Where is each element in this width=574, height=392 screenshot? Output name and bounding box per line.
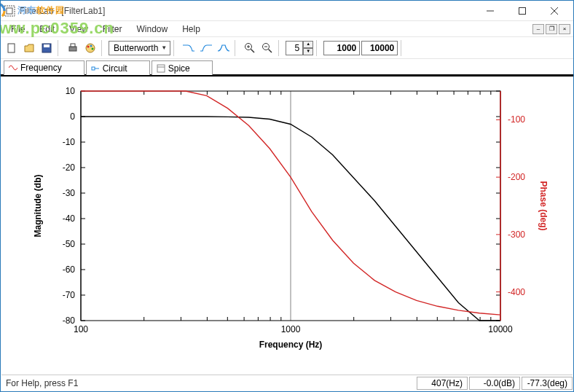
svg-text:-30: -30: [63, 188, 76, 198]
svg-text:10000: 10000: [488, 324, 513, 334]
svg-text:Phase (deg): Phase (deg): [538, 181, 549, 230]
tab-label: Frequency: [20, 63, 62, 73]
tab-label: Circuit: [103, 63, 127, 74]
svg-line-20: [269, 49, 272, 52]
menu-help[interactable]: Help: [175, 23, 208, 36]
svg-text:-20: -20: [63, 162, 76, 173]
separator: [235, 40, 239, 56]
highpass-button[interactable]: [198, 40, 214, 56]
status-mag: -0.0(dB): [469, 377, 520, 390]
svg-point-14: [92, 47, 94, 50]
svg-rect-8: [44, 44, 50, 47]
circuit-icon: [91, 64, 100, 73]
title-bar: FilterLab - [FilterLab1]: [1, 1, 573, 21]
svg-text:0: 0: [70, 111, 75, 122]
menu-file[interactable]: File: [4, 23, 32, 36]
mdi-restore-button[interactable]: ❐: [546, 24, 557, 34]
tab-label: Spice: [168, 63, 190, 74]
svg-rect-9: [69, 47, 76, 51]
save-button[interactable]: [39, 40, 55, 56]
bode-plot[interactable]: 100100010000-80-70-60-50-40-30-20-10010-…: [1, 77, 573, 361]
svg-text:-40: -40: [63, 213, 76, 224]
order-value: 5: [286, 41, 303, 55]
separator: [316, 40, 321, 56]
close-button[interactable]: [538, 1, 570, 20]
menu-bar: File Edit View Filter Window Help – ❐ ×: [1, 21, 573, 37]
svg-point-11: [86, 44, 95, 52]
svg-text:Frequency (Hz): Frequency (Hz): [259, 340, 323, 350]
status-bar: For Help, press F1 407(Hz) -0.0(dB) -77.…: [1, 375, 573, 391]
filter-type-combo[interactable]: Butterworth ▼: [109, 41, 170, 55]
chart-area: 100100010000-80-70-60-50-40-30-20-10010-…: [1, 77, 573, 361]
order-spinner[interactable]: 5 ▲▼: [286, 41, 313, 55]
spice-icon: [157, 64, 165, 73]
separator: [401, 40, 405, 56]
wave-icon: [9, 63, 17, 72]
status-freq: 407(Hz): [417, 377, 468, 390]
svg-text:-100: -100: [508, 114, 525, 125]
svg-rect-10: [71, 44, 75, 47]
chevron-down-icon: ▼: [161, 44, 167, 51]
app-icon: [4, 5, 15, 17]
spin-up[interactable]: ▲: [303, 41, 313, 48]
menu-window[interactable]: Window: [130, 23, 176, 36]
svg-text:-10: -10: [63, 137, 76, 147]
filter-type-value: Butterworth: [114, 43, 158, 53]
zoom-in-button[interactable]: [242, 40, 258, 56]
minimize-button[interactable]: [474, 1, 506, 20]
separator: [278, 40, 283, 56]
print-button[interactable]: [65, 40, 81, 56]
status-help: For Help, press F1: [6, 378, 415, 388]
tab-circuit[interactable]: Circuit: [86, 60, 150, 75]
zoom-out-button[interactable]: [259, 40, 275, 56]
tab-strip: Frequency Circuit Spice: [1, 59, 573, 77]
lowpass-button[interactable]: [181, 40, 197, 56]
svg-text:1000: 1000: [281, 324, 301, 334]
svg-text:10: 10: [66, 86, 76, 96]
svg-text:-200: -200: [508, 172, 525, 182]
svg-text:-300: -300: [508, 230, 525, 240]
bandpass-button[interactable]: [216, 40, 232, 56]
toolbar: Butterworth ▼ 5 ▲▼: [1, 37, 573, 59]
menu-filter[interactable]: Filter: [95, 23, 130, 36]
status-phase: -77.3(deg): [522, 377, 573, 390]
spin-down[interactable]: ▼: [303, 48, 313, 55]
menu-view[interactable]: View: [62, 23, 95, 36]
mdi-close-button[interactable]: ×: [559, 24, 570, 34]
svg-rect-1: [7, 8, 12, 14]
svg-text:-400: -400: [508, 287, 525, 297]
svg-rect-6: [8, 44, 15, 52]
svg-text:100: 100: [74, 324, 88, 334]
new-button[interactable]: [4, 40, 20, 56]
svg-text:-60: -60: [63, 264, 76, 275]
separator: [58, 40, 62, 56]
svg-point-12: [87, 45, 90, 47]
freq2-field[interactable]: [361, 41, 398, 55]
tab-frequency[interactable]: Frequency: [4, 60, 84, 75]
svg-text:-70: -70: [63, 290, 76, 300]
palette-button[interactable]: [82, 40, 98, 56]
svg-rect-0: [4, 6, 15, 16]
svg-rect-22: [92, 67, 95, 70]
mdi-minimize-button[interactable]: –: [532, 24, 544, 34]
svg-text:-50: -50: [63, 239, 76, 249]
open-button[interactable]: [21, 40, 37, 56]
separator: [101, 40, 106, 56]
menu-edit[interactable]: Edit: [32, 23, 62, 36]
separator: [173, 40, 178, 56]
svg-rect-3: [519, 7, 526, 14]
svg-point-13: [90, 44, 93, 47]
svg-text:-80: -80: [63, 315, 76, 326]
maximize-button[interactable]: [506, 1, 538, 20]
svg-line-16: [251, 49, 255, 52]
freq1-field[interactable]: [323, 41, 360, 55]
window-title: FilterLab - [FilterLab1]: [20, 6, 474, 16]
svg-text:Magnitude (db): Magnitude (db): [33, 175, 43, 238]
svg-rect-24: [157, 65, 165, 72]
tab-spice[interactable]: Spice: [152, 60, 213, 75]
